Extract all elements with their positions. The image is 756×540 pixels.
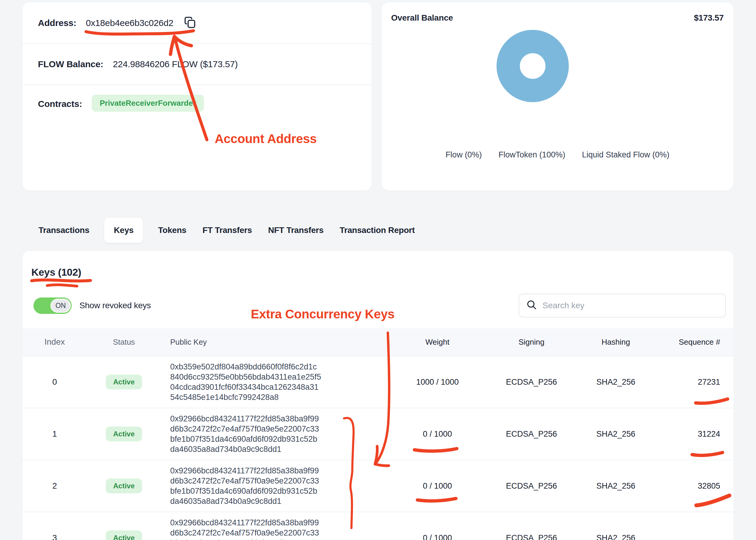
- key-signing: ECDSA_P256: [470, 481, 593, 491]
- tab-transaction-report[interactable]: Transaction Report: [339, 225, 416, 235]
- toggle-knob: ON: [51, 299, 71, 313]
- top-cards-row: Address: 0x18eb4ee6b3c026d2 FLOW Balance…: [0, 0, 756, 191]
- key-weight: 0 / 1000: [404, 533, 470, 540]
- key-search-input[interactable]: [543, 301, 718, 310]
- public-key-line: da46035a8ad734b0a9c9c8dd1: [170, 496, 404, 506]
- col-header-index: Index: [22, 337, 87, 347]
- copy-icon: [182, 15, 197, 31]
- key-index: 1: [22, 429, 87, 439]
- flow-balance-row: FLOW Balance: 224.98846206 FLOW ($173.57…: [22, 43, 372, 84]
- col-header-hashing: Hashing: [593, 338, 639, 347]
- search-icon: [526, 300, 537, 312]
- key-weight: 0 / 1000: [404, 430, 470, 439]
- public-key: 0x92966bcd843241177f22fd85a38ba9f99 d6b3…: [161, 408, 404, 460]
- keys-table-header: Index Status Public Key Weight Signing H…: [22, 328, 734, 356]
- key-row-0: 0 Active 0xb359e502df804a89bdd660f0f8f6c…: [22, 356, 734, 408]
- public-key: 0x92966bcd843241177f22fd85a38ba9f99 d6b3…: [161, 460, 404, 512]
- status-badge: Active: [106, 374, 142, 389]
- key-index: 2: [22, 481, 87, 491]
- copy-address-button[interactable]: [182, 15, 197, 31]
- tab-keys[interactable]: Keys: [104, 218, 143, 243]
- public-key-line: da46035a8ad734b0a9c9c8dd1: [170, 444, 404, 454]
- public-key: 0xb359e502df804a89bdd660f0f8f6c2d1c 840d…: [161, 356, 404, 408]
- keys-table: Index Status Public Key Weight Signing H…: [22, 328, 734, 540]
- public-key-line: 0xb359e502df804a89bdd660f0f8f6c2d1c: [170, 362, 404, 372]
- key-signing: ECDSA_P256: [470, 377, 593, 387]
- flow-balance-value: 224.98846206 FLOW ($173.57): [113, 59, 238, 69]
- tab-ft-transfers[interactable]: FT Transfers: [201, 225, 253, 235]
- col-header-signing: Signing: [470, 338, 593, 347]
- public-key-line: d6b3c2472f2c7e4af757f0a9e5e22007c33: [170, 476, 404, 486]
- contract-badge[interactable]: PrivateReceiverForwarder: [92, 95, 204, 112]
- key-hashing: SHA2_256: [593, 533, 639, 540]
- legend-item-liquid-staked[interactable]: Liquid Staked Flow (0%): [582, 150, 669, 160]
- public-key-line: 0x92966bcd843241177f22fd85a38ba9f99: [170, 466, 404, 476]
- keys-controls: ON Show revoked keys: [22, 294, 734, 318]
- public-key-line: 840d6cc9325f5e0bb56bdab4311ea1e25f5: [170, 372, 404, 382]
- key-hashing: SHA2_256: [593, 481, 639, 491]
- public-key-line: bfe1b07f351da4c690afd6f092db931c52b: [170, 538, 404, 540]
- account-tabs: Transactions Keys Tokens FT Transfers NF…: [22, 191, 734, 251]
- keys-card: Keys (102) ON Show revoked keys Index St…: [22, 251, 734, 540]
- tab-transactions[interactable]: Transactions: [37, 225, 90, 235]
- key-row-1: 1 Active 0x92966bcd843241177f22fd85a38ba…: [22, 408, 734, 460]
- public-key-line: bfe1b07f351da4c690afd6f092db931c52b: [170, 434, 404, 444]
- address-row: Address: 0x18eb4ee6b3c026d2: [22, 2, 372, 43]
- public-key-line: d6b3c2472f2c7e4af757f0a9e5e22007c33: [170, 528, 404, 538]
- key-signing: ECDSA_P256: [470, 533, 593, 540]
- contracts-row: Contracts: PrivateReceiverForwarder: [22, 84, 372, 191]
- key-weight: 0 / 1000: [404, 481, 470, 491]
- keys-section-title: Keys (102): [22, 251, 734, 278]
- show-revoked-keys-label: Show revoked keys: [79, 301, 151, 310]
- tab-nft-transfers[interactable]: NFT Transfers: [267, 225, 325, 235]
- key-sequence: 27231: [639, 377, 734, 387]
- public-key-line: d6b3c2472f2c7e4af757f0a9e5e22007c33: [170, 424, 404, 434]
- key-index: 3: [22, 533, 87, 540]
- col-header-status: Status: [87, 338, 161, 347]
- flow-balance-label: FLOW Balance:: [38, 59, 103, 69]
- public-key-line: bfe1b07f351da4c690afd6f092db931c52b: [170, 486, 404, 496]
- show-revoked-keys-toggle[interactable]: ON: [34, 298, 72, 314]
- status-badge: Active: [106, 530, 142, 540]
- key-row-3: 3 Active 0x92966bcd843241177f22fd85a38ba…: [22, 512, 734, 540]
- chart-legend: Flow (0%) FlowToken (100%) Liquid Staked…: [381, 150, 733, 160]
- col-header-public-key: Public Key: [161, 332, 404, 352]
- public-key-line: 0x92966bcd843241177f22fd85a38ba9f99: [170, 518, 404, 528]
- key-signing: ECDSA_P256: [470, 430, 593, 439]
- key-status: Active: [87, 374, 161, 389]
- key-weight: 1000 / 1000: [404, 377, 470, 387]
- key-status: Active: [87, 427, 161, 442]
- legend-item-flow[interactable]: Flow (0%): [446, 150, 482, 160]
- public-key-line: 0x92966bcd843241177f22fd85a38ba9f99: [170, 414, 404, 424]
- key-row-2: 2 Active 0x92966bcd843241177f22fd85a38ba…: [22, 460, 734, 512]
- contracts-label: Contracts:: [38, 99, 82, 109]
- public-key-line: 04cdcad3901fcf60f33434bca1262348a31: [170, 382, 404, 392]
- address-label: Address:: [38, 18, 76, 28]
- key-search-box: [519, 294, 726, 318]
- account-info-card: Address: 0x18eb4ee6b3c026d2 FLOW Balance…: [22, 2, 372, 191]
- col-header-sequence: Sequence #: [639, 338, 734, 347]
- key-hashing: SHA2_256: [593, 377, 639, 387]
- key-status: Active: [87, 478, 161, 493]
- public-key: 0x92966bcd843241177f22fd85a38ba9f99 d6b3…: [161, 512, 404, 540]
- tab-tokens[interactable]: Tokens: [157, 225, 187, 235]
- status-badge: Active: [106, 478, 142, 493]
- key-status: Active: [87, 530, 161, 540]
- key-sequence: 32805: [639, 481, 734, 491]
- balance-amount: $173.57: [694, 13, 724, 23]
- col-header-weight: Weight: [404, 338, 470, 347]
- key-hashing: SHA2_256: [593, 430, 639, 439]
- address-value: 0x18eb4ee6b3c026d2: [86, 18, 173, 28]
- balance-donut-chart: [496, 30, 569, 102]
- key-index: 0: [22, 377, 87, 387]
- balance-header: Overall Balance $173.57: [381, 2, 733, 23]
- key-sequence: 31224: [639, 430, 734, 439]
- legend-item-flowtoken[interactable]: FlowToken (100%): [498, 150, 566, 160]
- status-badge: Active: [106, 427, 142, 442]
- public-key-line: 54c5485e1e14bcfc7992428a8: [170, 392, 404, 402]
- overall-balance-card: Overall Balance $173.57 Flow (0%) FlowTo…: [381, 2, 733, 191]
- balance-title: Overall Balance: [391, 13, 453, 23]
